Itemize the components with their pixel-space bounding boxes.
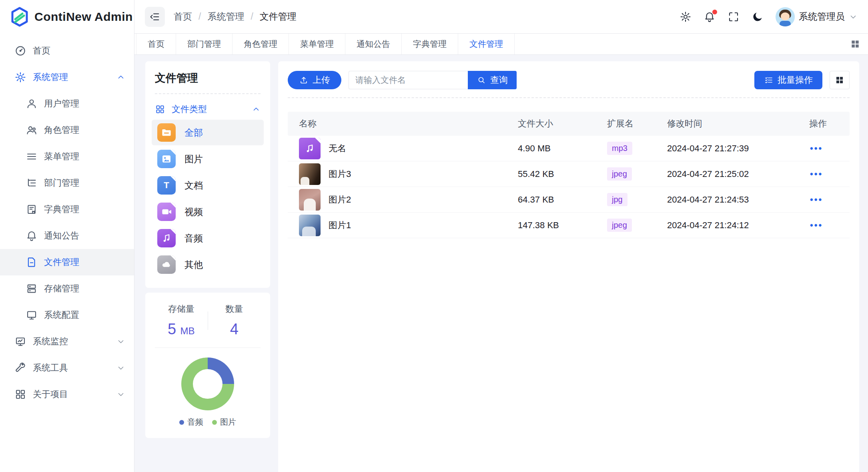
tab-label: 字典管理 <box>413 38 447 50</box>
row-actions-button[interactable]: ••• <box>810 169 823 179</box>
storage-chart: 音频 图片 <box>155 358 261 428</box>
query-button[interactable]: 查询 <box>468 71 517 89</box>
file-name: 图片2 <box>329 194 351 206</box>
ext-badge: mp3 <box>607 142 632 155</box>
avatar <box>776 7 795 26</box>
logo[interactable]: ContiNew Admin <box>0 0 134 34</box>
view-toggle-button[interactable] <box>830 71 850 89</box>
query-label: 查询 <box>490 74 508 86</box>
table-row[interactable]: 图片3 55.42 KB jpeg 2024-04-27 21:25:02 ••… <box>288 161 850 187</box>
upload-label: 上传 <box>313 74 330 86</box>
image-file-icon <box>157 150 176 168</box>
sidebar-item-menu-management[interactable]: 菜单管理 <box>0 143 134 170</box>
tab-role[interactable]: 角色管理 <box>233 34 289 54</box>
sidebar-item-notice[interactable]: 通知公告 <box>0 223 134 249</box>
tab-actions-button[interactable] <box>842 34 868 54</box>
group-label: 文件类型 <box>172 103 245 115</box>
file-type-video[interactable]: 视频 <box>152 199 264 225</box>
upload-button[interactable]: 上传 <box>288 71 341 89</box>
file-icon <box>26 256 38 268</box>
chevron-up-icon <box>116 73 125 82</box>
file-type-other[interactable]: 其他 <box>152 252 264 277</box>
moon-icon <box>752 11 764 23</box>
legend-dot <box>212 420 217 425</box>
sidebar-item-storage-management[interactable]: 存储管理 <box>0 275 134 302</box>
sidebar-item-system-monitor[interactable]: 系统监控 <box>0 328 134 355</box>
sidebar-item-about[interactable]: 关于项目 <box>0 381 134 408</box>
grid-icon <box>155 104 165 114</box>
tab-label: 角色管理 <box>244 38 277 50</box>
search-input[interactable] <box>349 71 468 89</box>
tab-home[interactable]: 首页 <box>136 34 176 54</box>
settings-button[interactable] <box>680 11 692 23</box>
tabbar: 首页 部门管理 角色管理 菜单管理 通知公告 字典管理 文件管理 <box>134 34 868 55</box>
tab-department[interactable]: 部门管理 <box>176 34 233 54</box>
breadcrumb-item[interactable]: 系统管理 <box>207 10 244 23</box>
breadcrumb-item[interactable]: 首页 <box>174 10 192 23</box>
user-menu[interactable]: 系统管理员 <box>776 7 858 26</box>
sidebar-item-system-config[interactable]: 系统配置 <box>0 302 134 328</box>
storage-stats: 存储量 5 MB 数量 4 <box>155 303 261 338</box>
file-type-label: 音频 <box>184 232 203 245</box>
sidebar-item-role-management[interactable]: 角色管理 <box>0 117 134 143</box>
sidebar-item-label: 字典管理 <box>44 203 125 215</box>
user-icon <box>26 98 38 110</box>
fullscreen-button[interactable] <box>728 11 740 23</box>
sidebar-item-label: 通知公告 <box>44 230 125 242</box>
file-type-document[interactable]: T 文档 <box>152 173 264 198</box>
file-type-group-header[interactable]: 文件类型 <box>155 100 261 119</box>
stat-unit: MB <box>180 325 195 336</box>
grid-view-icon <box>835 75 844 85</box>
tab-file[interactable]: 文件管理 <box>458 34 515 54</box>
column-header-name: 名称 <box>299 118 518 130</box>
panel-title: 文件管理 <box>155 71 261 85</box>
menu-fold-icon <box>149 11 160 22</box>
table-header: 名称 文件大小 扩展名 修改时间 操作 <box>288 112 850 136</box>
tab-menu[interactable]: 菜单管理 <box>289 34 345 54</box>
tab-notice[interactable]: 通知公告 <box>345 34 402 54</box>
column-header-ext: 扩展名 <box>607 118 667 130</box>
sidebar-item-user-management[interactable]: 用户管理 <box>0 90 134 117</box>
file-type-label: 视频 <box>184 206 203 218</box>
chevron-down-icon <box>116 337 125 346</box>
dark-mode-button[interactable] <box>752 11 764 23</box>
sidebar-item-home[interactable]: 首页 <box>0 38 134 64</box>
row-actions-button[interactable]: ••• <box>810 220 823 230</box>
file-type-audio[interactable]: 音频 <box>152 225 264 251</box>
notifications-button[interactable] <box>704 11 716 23</box>
sidebar-item-file-management[interactable]: 文件管理 <box>0 249 134 275</box>
batch-operation-button[interactable]: 批量操作 <box>754 71 822 89</box>
column-header-size: 文件大小 <box>518 118 607 130</box>
row-actions-button[interactable]: ••• <box>810 195 823 205</box>
topbar: 首页 / 系统管理 / 文件管理 系统管理员 <box>134 0 868 34</box>
sidebar-item-dict-management[interactable]: 字典管理 <box>0 196 134 223</box>
legend-item-image[interactable]: 图片 <box>212 417 236 428</box>
gear-icon <box>680 11 692 23</box>
table-row[interactable]: 无名 4.90 MB mp3 2024-04-27 21:27:39 ••• <box>288 136 850 161</box>
image-thumbnail <box>299 215 321 236</box>
tab-dict[interactable]: 字典管理 <box>402 34 458 54</box>
file-size: 4.90 MB <box>518 143 607 154</box>
legend-dot <box>179 420 184 425</box>
file-type-image[interactable]: 图片 <box>152 146 264 172</box>
modified-time: 2024-04-27 21:25:02 <box>667 169 809 179</box>
file-type-all[interactable]: 全部 <box>152 120 264 145</box>
sidebar-item-department-management[interactable]: 部门管理 <box>0 170 134 196</box>
row-actions-button[interactable]: ••• <box>810 143 823 153</box>
sidebar-item-system-tools[interactable]: 系统工具 <box>0 355 134 381</box>
ext-badge: jpeg <box>607 219 632 232</box>
divider <box>288 97 850 98</box>
sidebar-item-system-management[interactable]: 系统管理 <box>0 64 134 90</box>
sidebar-collapse-button[interactable] <box>145 7 165 27</box>
list-check-icon <box>764 75 774 85</box>
table-row[interactable]: 图片2 64.37 KB jpg 2024-04-27 21:24:53 ••• <box>288 187 850 213</box>
file-size: 147.38 KB <box>518 220 607 231</box>
app-title: ContiNew Admin <box>34 10 133 24</box>
chevron-down-icon <box>849 12 858 21</box>
topbar-actions: 系统管理员 <box>680 7 858 26</box>
sidebar-item-label: 存储管理 <box>44 283 125 295</box>
left-column: 文件管理 文件类型 全部 图片 T 文档 <box>145 61 270 438</box>
table-row[interactable]: 图片1 147.38 KB jpeg 2024-04-27 21:24:12 •… <box>288 213 850 238</box>
legend-item-audio[interactable]: 音频 <box>179 417 203 428</box>
sidebar-item-label: 部门管理 <box>44 177 125 189</box>
